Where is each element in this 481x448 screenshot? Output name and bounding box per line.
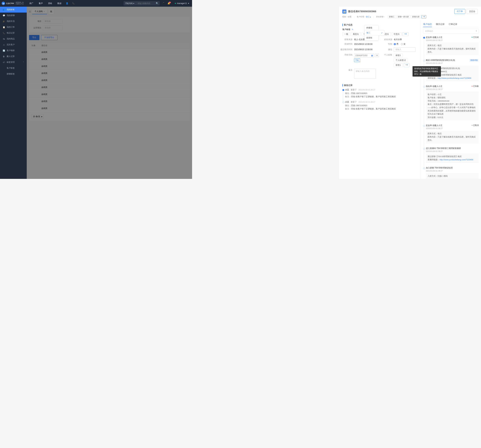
- nav-icon: 🛍: [3, 38, 5, 40]
- search-wrap: 手机号码▾ 🔍: [124, 1, 160, 6]
- nav-icon: 💬: [3, 14, 5, 17]
- nav-icon: ⚠: [3, 44, 5, 46]
- chevron-up-icon: ⌃: [23, 61, 24, 63]
- nav-icon: 🎓: [3, 20, 5, 23]
- user-menu[interactable]: manager11 ▾: [175, 2, 189, 5]
- nav-icon: 📋: [3, 26, 5, 28]
- sidebar-item[interactable]: 🔄客户继承: [0, 48, 27, 54]
- nav-icon: 🏷: [3, 61, 5, 63]
- sidebar-item[interactable]: 🛍我的商品: [0, 36, 27, 42]
- user-icon[interactable]: 👤: [66, 2, 68, 5]
- sidebar-item[interactable]: ⚠流失客户: [0, 42, 27, 48]
- status-dot-icon: [175, 3, 176, 4]
- sidebar-item[interactable]: 👥我的好友: [0, 7, 27, 13]
- topnav: 推广客户质检数据: [27, 2, 62, 5]
- search-input[interactable]: [136, 2, 155, 4]
- chevron-down-icon: ▾: [133, 2, 134, 5]
- sidebar-item[interactable]: 🗑删人记录: [0, 54, 27, 59]
- nav-icon: 👥: [3, 8, 5, 11]
- nav-icon: 🔄: [3, 49, 5, 52]
- sidebar-item[interactable]: 🎓我的学员: [0, 18, 27, 24]
- sidebar-item[interactable]: 📞电话记录: [0, 30, 27, 36]
- notif-badge: 5: [169, 2, 171, 3]
- topbar: ☁ 云朵CRM 教育机构一站 式服务云平台 推广客户质检数据 👤 📞 手机号码▾…: [0, 0, 192, 7]
- logo-sub: 教育机构一站 式服务云平台: [15, 2, 24, 5]
- cloud-icon: ☁: [2, 2, 5, 5]
- topnav-item[interactable]: 质检: [48, 2, 53, 5]
- user-name: manager11: [177, 2, 187, 5]
- drawer-mask[interactable]: [27, 7, 192, 179]
- sidebar-item[interactable]: 💬我的群聊: [0, 13, 27, 18]
- logo-text: 云朵CRM: [6, 2, 14, 5]
- nav-icon: 🗑: [3, 55, 5, 58]
- search-icon[interactable]: 🔍: [155, 2, 160, 5]
- chevron-down-icon: ▾: [188, 2, 189, 5]
- sidebar-item[interactable]: 🏷标签管理⌃: [0, 59, 27, 65]
- sidebar-item[interactable]: 群聊标签: [0, 71, 27, 77]
- search-type-select[interactable]: 手机号码▾: [124, 2, 136, 5]
- sidebar-item[interactable]: 📋我的订单: [0, 24, 27, 30]
- bell-icon[interactable]: 🔔5: [167, 2, 172, 5]
- sidebar-item[interactable]: 客户标签: [0, 65, 27, 71]
- topnav-item[interactable]: 推广: [29, 2, 34, 5]
- sidebar: 👥我的好友💬我的群聊🎓我的学员📋我的订单📞电话记录🛍我的商品⚠流失客户🔄客户继承…: [0, 7, 27, 179]
- mobile-icon[interactable]: 📱: [162, 2, 165, 5]
- topnav-item[interactable]: 数据: [57, 2, 62, 5]
- nav-icon: 📞: [3, 32, 5, 34]
- logo[interactable]: ☁ 云朵CRM 教育机构一站 式服务云平台: [0, 2, 27, 5]
- topnav-item[interactable]: 客户: [38, 2, 43, 5]
- phone-icon[interactable]: 📞: [72, 2, 75, 5]
